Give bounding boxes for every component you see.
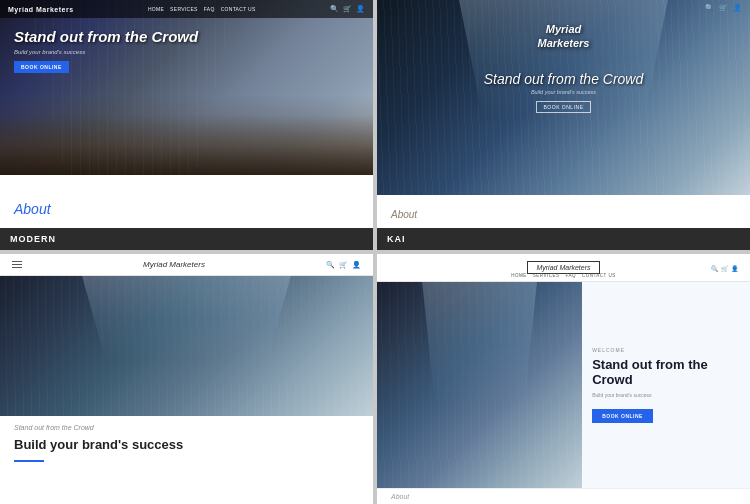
- user-icon[interactable]: 👤: [733, 4, 742, 12]
- business-welcome-label: WELCOME: [592, 347, 740, 353]
- cart-icon[interactable]: 🛒: [719, 4, 728, 12]
- nav-link-home[interactable]: HOME: [511, 273, 527, 278]
- theme-grid: Myriad Marketers HOME SERVICES FAQ CONTA…: [0, 0, 750, 504]
- kai-hero-subtitle: Build your brand's success: [377, 89, 750, 95]
- user-icon[interactable]: 👤: [356, 5, 365, 13]
- modern-hero-title: Stand out from the Crowd: [14, 28, 198, 46]
- modern-about-link[interactable]: About: [14, 201, 51, 217]
- search-icon[interactable]: 🔍: [711, 264, 718, 271]
- kai-nav-bar: 🔍 🛒 👤: [705, 4, 742, 12]
- blank-theme-card[interactable]: Myriad Marketers 🔍 🛒 👤 Stand out from th…: [0, 254, 373, 504]
- nav-link-faq[interactable]: FAQ: [204, 6, 215, 12]
- blank-brand: Myriad Marketers: [143, 260, 205, 269]
- blank-hero: [0, 276, 373, 416]
- business-hero-title: Stand out from the Crowd: [592, 357, 740, 388]
- nav-link-faq[interactable]: FAQ: [565, 273, 576, 278]
- business-theme-card[interactable]: Myriad Marketers HOME SERVICES FAQ CONTA…: [377, 254, 750, 504]
- business-content: WELCOME Stand out from the Crowd Build y…: [377, 282, 750, 488]
- business-right-panel: WELCOME Stand out from the Crowd Build y…: [582, 282, 750, 488]
- search-icon[interactable]: 🔍: [705, 4, 714, 12]
- hamburger-icon[interactable]: [12, 261, 22, 268]
- modern-crowd: [0, 115, 373, 175]
- user-icon[interactable]: 👤: [731, 264, 738, 271]
- nav-link-services[interactable]: SERVICES: [170, 6, 198, 12]
- business-hero-subtitle: Build your brand's success: [592, 392, 740, 400]
- blank-about-section: Stand out from the Crowd Build your bran…: [0, 416, 373, 504]
- kai-hero-text: Myriad Marketers Stand out from the Crow…: [377, 22, 750, 113]
- business-about-section: About: [377, 488, 750, 504]
- kai-brand: Myriad Marketers: [377, 22, 750, 51]
- blank-divider: [14, 460, 44, 462]
- modern-theme-label: MODERN: [0, 228, 373, 250]
- business-nav-bar: Myriad Marketers HOME SERVICES FAQ CONTA…: [377, 254, 750, 282]
- blank-nav-bar: Myriad Marketers 🔍 🛒 👤: [0, 254, 373, 276]
- business-nav-icons: 🔍 🛒 👤: [711, 264, 738, 271]
- modern-nav-bar: Myriad Marketers HOME SERVICES FAQ CONTA…: [0, 0, 373, 18]
- business-about-link[interactable]: About: [391, 493, 409, 500]
- blank-headline: Build your brand's success: [14, 437, 359, 452]
- modern-nav-links: HOME SERVICES FAQ CONTACT US: [148, 6, 256, 12]
- kai-about-section: About: [377, 200, 750, 228]
- blank-nav-icons: 🔍 🛒 👤: [326, 261, 361, 269]
- modern-theme-card[interactable]: Myriad Marketers HOME SERVICES FAQ CONTA…: [0, 0, 373, 250]
- kai-about-link[interactable]: About: [391, 209, 417, 220]
- search-icon[interactable]: 🔍: [330, 5, 339, 13]
- modern-hero-subtitle: Build your brand's success: [14, 49, 198, 55]
- modern-hero-bg: [0, 0, 373, 175]
- cart-icon[interactable]: 🛒: [721, 264, 728, 271]
- modern-hero: Myriad Marketers HOME SERVICES FAQ CONTA…: [0, 0, 373, 190]
- blank-hero-bg: [0, 276, 373, 416]
- search-icon[interactable]: 🔍: [326, 261, 335, 269]
- modern-nav-icons: 🔍 🛒 👤: [330, 5, 365, 13]
- nav-link-home[interactable]: HOME: [148, 6, 164, 12]
- nav-link-contact[interactable]: CONTACT US: [582, 273, 616, 278]
- business-nav-links: HOME SERVICES FAQ CONTACT US: [511, 273, 616, 278]
- kai-theme-card[interactable]: 🔍 🛒 👤 Myriad Marketers Stand out from th…: [377, 0, 750, 250]
- modern-hero-text: Stand out from the Crowd Build your bran…: [14, 28, 198, 73]
- kai-book-button[interactable]: BOOK ONLINE: [536, 101, 592, 113]
- nav-link-services[interactable]: SERVICES: [533, 273, 560, 278]
- modern-brand: Myriad Marketers: [8, 6, 74, 13]
- kai-hero-title: Stand out from the Crowd: [377, 71, 750, 87]
- blank-tagline: Stand out from the Crowd: [14, 424, 359, 431]
- nav-link-contact[interactable]: CONTACT US: [221, 6, 256, 12]
- kai-theme-label: KAI: [377, 228, 750, 250]
- kai-hero: 🔍 🛒 👤 Myriad Marketers Stand out from th…: [377, 0, 750, 200]
- business-hero-image: [377, 282, 582, 488]
- modern-book-button[interactable]: BOOK ONLINE: [14, 61, 69, 73]
- cart-icon[interactable]: 🛒: [343, 5, 352, 13]
- user-icon[interactable]: 👤: [352, 261, 361, 269]
- modern-about-section: About: [0, 190, 373, 228]
- cart-icon[interactable]: 🛒: [339, 261, 348, 269]
- business-book-button[interactable]: BOOK ONLINE: [592, 409, 653, 423]
